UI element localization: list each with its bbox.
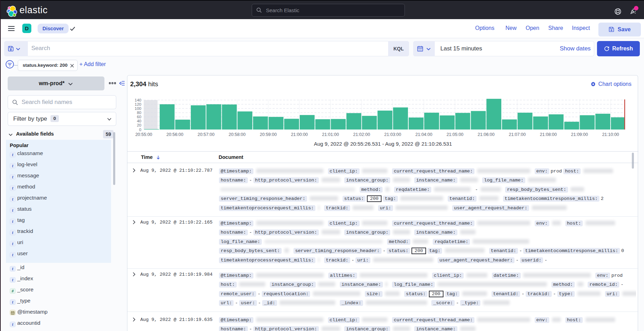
svg-text:21:10:00: 21:10:00 xyxy=(602,132,619,137)
svg-text:21:01:00: 21:01:00 xyxy=(322,132,339,137)
svg-text:21:00:00: 21:00:00 xyxy=(291,132,308,137)
svg-text:21:06:00: 21:06:00 xyxy=(478,132,495,137)
svg-text:120: 120 xyxy=(135,102,141,106)
svg-text:20:59:00: 20:59:00 xyxy=(260,132,277,137)
svg-text:40: 40 xyxy=(137,119,141,123)
svg-text:21:02:00: 21:02:00 xyxy=(353,132,370,137)
svg-text:21:04:00: 21:04:00 xyxy=(415,132,432,137)
svg-text:20:56:00: 20:56:00 xyxy=(166,132,183,137)
svg-text:21:09:00: 21:09:00 xyxy=(571,132,588,137)
svg-text:20: 20 xyxy=(137,123,141,127)
svg-text:20:55:00: 20:55:00 xyxy=(135,132,152,137)
svg-text:100: 100 xyxy=(135,106,141,111)
svg-text:21:07:00: 21:07:00 xyxy=(509,132,526,137)
svg-text:21:08:00: 21:08:00 xyxy=(540,132,557,137)
svg-text:0: 0 xyxy=(139,128,141,132)
svg-text:21:05:00: 21:05:00 xyxy=(447,132,464,137)
svg-text:21:03:00: 21:03:00 xyxy=(384,132,401,137)
svg-text:80: 80 xyxy=(137,111,141,115)
svg-text:60: 60 xyxy=(137,115,141,119)
svg-text:20:57:00: 20:57:00 xyxy=(197,132,214,137)
svg-text:140: 140 xyxy=(135,98,141,102)
svg-text:20:58:00: 20:58:00 xyxy=(229,132,246,137)
